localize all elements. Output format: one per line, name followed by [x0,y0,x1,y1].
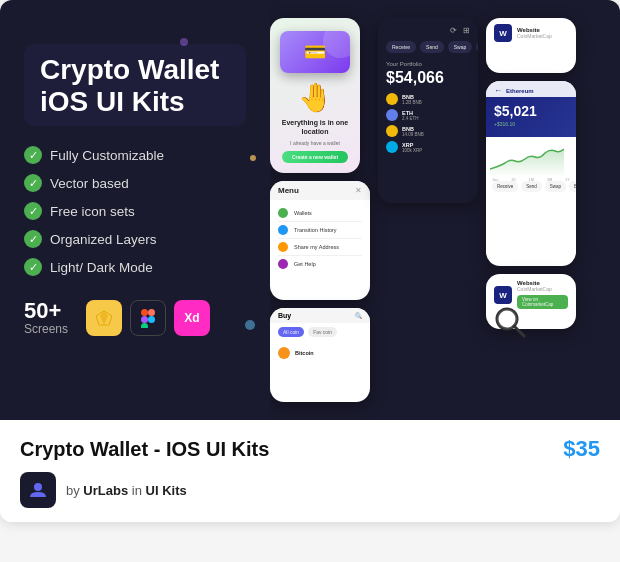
feature-item: ✓ Organized Layers [24,230,246,248]
footer-top: Crypto Wallet - IOS UI Kits $35 [20,436,600,462]
coin-info: BNB 1.2B BNB [402,94,470,105]
buy-item: Bitcoin [278,344,362,362]
coin-amount: 1.2B BNB [402,100,470,105]
coin-info: BNB 14.09 BNB [402,126,470,137]
phone-main-screen: 💳 🤚 Everything is in one location I alre… [270,18,360,173]
banner: Crypto Wallet iOS UI Kits ✓ Fully Custom… [0,0,620,420]
screens-count: 50+ [24,298,61,323]
card-footer: Crypto Wallet - IOS UI Kits $35 by UrLab… [0,420,620,522]
author-avatar [20,472,56,508]
eth-chart: Jan 30 1M 3M 1Y [486,137,576,177]
coin-amount: 100k XRP [402,148,470,153]
check-icon: ✓ [24,230,42,248]
phone-col-1: 💳 🤚 Everything is in one location I alre… [270,18,370,402]
screens-label: Screens [24,322,68,336]
buy-tab-fav[interactable]: Fav coin [308,327,337,337]
figma-icon [130,300,166,336]
title-line1: Crypto Wallet [40,54,230,86]
menu-item-label: Wallets [294,210,312,216]
coin-amount: 2.4 ETH [402,116,470,121]
eth-change: +$316.16 [494,121,568,127]
coin-info: XRP 100k XRP [402,142,470,153]
title-line2: iOS UI Kits [40,86,230,118]
coin-info: ETH 2.4 ETH [402,110,470,121]
website-row: W Website CoinMarketCap [494,24,568,42]
website-logo-2: W [494,286,512,304]
product-title: Crypto Wallet - IOS UI Kits [20,438,269,461]
buy-title: Buy [278,312,291,319]
coin-row: ETH 2.4 ETH [386,109,470,121]
buy-btn[interactable]: Buy [569,181,576,192]
portfolio-label: Your Portfolio [386,61,470,67]
svg-line-9 [514,326,524,336]
phone-buy-screen: Buy 🔍 All coin Fav coin Bitcoin [270,308,370,402]
menu-item-icon [278,208,288,218]
decorative-dot [245,320,255,330]
send-btn[interactable]: Send [420,41,444,53]
phone-col-2: ⟳ ⊞ Receive Send Swap Buy Your Portfolio [378,18,478,402]
menu-title: Menu [278,186,299,195]
author-name[interactable]: UrLabs [83,483,128,498]
svg-point-6 [148,316,155,323]
svg-rect-3 [148,309,155,316]
coin-amount: 14.09 BNB [402,132,470,137]
refresh-icon: ⟳ [450,26,457,35]
feature-label: Free icon sets [50,204,135,219]
menu-item-icon [278,259,288,269]
website-inner: W Website CoinMarketCap [486,18,576,53]
eth-value: $5,021 [494,103,568,119]
menu-item: Wallets [278,205,362,222]
eth-title: Ethereum [506,88,534,94]
create-wallet-btn[interactable]: Create a new wallet [282,151,348,163]
xrp-icon [386,141,398,153]
feature-item: ✓ Light/ Dark Mode [24,258,246,276]
menu-items: Wallets Transition History Share my Addr… [270,200,370,277]
phone-menu-screen: Menu ✕ Wallets Transition History [270,181,370,300]
magnifier-icon [492,304,528,340]
website-sub: CoinMarketCap [517,33,568,39]
send-btn[interactable]: Send [521,181,542,192]
buy-item-info: Bitcoin [295,350,362,356]
screens-info: 50+ Screens [24,300,68,336]
back-icon: ← [494,86,502,95]
eth-icon [386,109,398,121]
banner-right: 💳 🤚 Everything is in one location I alre… [270,0,620,420]
menu-item-label: Get Help [294,261,316,267]
phone-portfolio-screen: ⟳ ⊞ Receive Send Swap Buy Your Portfolio [378,18,478,203]
bitcoin-icon [278,347,290,359]
menu-item-label: Transition History [294,227,337,233]
menu-item-icon [278,242,288,252]
buy-tab-all[interactable]: All coin [278,327,304,337]
buy-tabs: All coin Fav coin [270,323,370,341]
feature-item: ✓ Vector based [24,174,246,192]
eth-header: $5,021 +$316.16 [486,97,576,137]
receive-btn[interactable]: Receive [386,41,416,53]
buy-header: Buy 🔍 [270,308,370,323]
feature-label: Light/ Dark Mode [50,260,153,275]
search-icon: 🔍 [355,312,362,319]
sketch-icon [86,300,122,336]
website-info: Website CoinMarketCap [517,27,568,39]
check-icon: ✓ [24,258,42,276]
phone-col-3: W Website CoinMarketCap ← [486,18,576,402]
features-list: ✓ Fully Customizable ✓ Vector based ✓ Fr… [24,146,246,276]
title-block: Crypto Wallet iOS UI Kits [24,44,246,126]
category-link[interactable]: UI Kits [146,483,187,498]
by-label: by [66,483,80,498]
portfolio-value: $54,066 [386,69,470,87]
banner-left: Crypto Wallet iOS UI Kits ✓ Fully Custom… [0,0,270,420]
swap-btn[interactable]: Swap [448,41,473,53]
coin-row: BNB 14.09 BNB [386,125,470,137]
phone-website-top: W Website CoinMarketCap [486,18,576,73]
menu-item-icon [278,225,288,235]
swap-btn[interactable]: Swap [545,181,566,192]
portfolio-coins: BNB 1.2B BNB ETH 2.4 ETH [386,93,470,153]
screens-block: 50+ Screens [24,300,246,336]
receive-btn[interactable]: Receive [492,181,518,192]
xd-icon: Xd [174,300,210,336]
phone-eth-screen: ← Ethereum $5,021 +$316.16 [486,81,576,266]
tool-icons: Xd [86,300,210,336]
buy-btn[interactable]: Buy [476,41,478,53]
price-tag: $35 [563,436,600,462]
menu-close-icon: ✕ [355,186,362,195]
